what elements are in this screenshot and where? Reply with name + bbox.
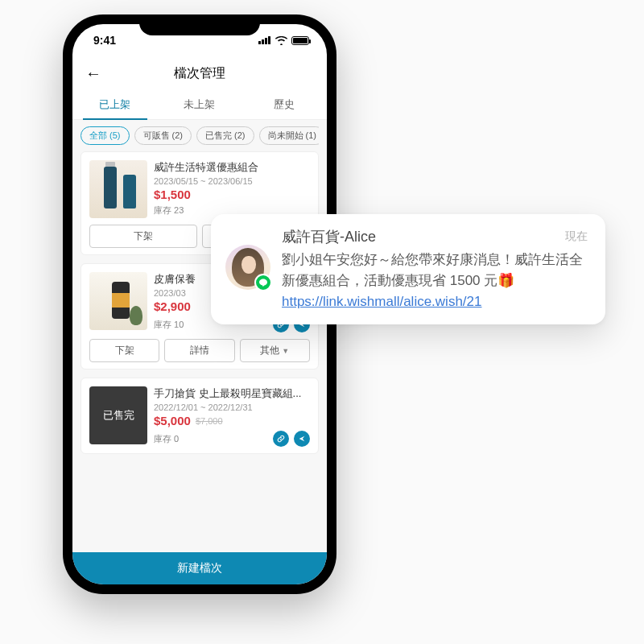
- unlist-button[interactable]: 下架: [89, 225, 197, 248]
- product-price: $5,000: [154, 414, 191, 427]
- chip-notstarted[interactable]: 尚未開始 (1): [259, 126, 320, 145]
- tab-unlisted[interactable]: 未上架: [157, 90, 242, 119]
- product-thumbnail: [89, 160, 147, 218]
- status-icons: [258, 36, 309, 45]
- product-date: 2023/05/15 ~ 2023/06/15: [154, 176, 310, 186]
- chip-soldout[interactable]: 已售完 (2): [196, 126, 254, 145]
- product-title: 威許生活特選優惠組合: [154, 160, 310, 175]
- share-icon[interactable]: [294, 431, 310, 447]
- notification-message: 劉小姐午安您好～給您帶來好康消息！威許生活全新優惠組合，活動優惠現省 1500 …: [282, 250, 588, 292]
- other-button[interactable]: 其他▼: [240, 339, 310, 362]
- line-badge-icon: [254, 274, 272, 291]
- product-stock: 庫存 10: [154, 319, 184, 331]
- tab-listed[interactable]: 已上架: [72, 90, 157, 119]
- soldout-badge: 已售完: [103, 408, 134, 423]
- product-card[interactable]: 已售完 手刀搶貨 史上最殺明星寶藏組... 2022/12/01 ~ 2022/…: [80, 378, 319, 454]
- product-stock: 庫存 23: [154, 204, 184, 217]
- notification-title: 威許百貨-Alice: [282, 227, 376, 246]
- tab-bar: 已上架 未上架 歷史: [72, 90, 327, 120]
- detail-button[interactable]: 詳情: [164, 339, 234, 362]
- content-area[interactable]: 全部 (5) 可販售 (2) 已售完 (2) 尚未開始 (1) 威許生活特選優惠…: [72, 120, 327, 552]
- product-thumbnail-soldout: 已售完: [89, 386, 147, 444]
- product-stock: 庫存 0: [154, 433, 179, 445]
- unlist-button[interactable]: 下架: [89, 339, 159, 362]
- notification-card[interactable]: 威許百貨-Alice 現在 劉小姐午安您好～給您帶來好康消息！威許生活全新優惠組…: [211, 214, 605, 324]
- nav-bar: ← 檔次管理: [72, 56, 327, 90]
- product-title: 手刀搶貨 史上最殺明星寶藏組...: [154, 386, 310, 401]
- notification-link[interactable]: https://link.wishmall/alice.wish/21: [282, 294, 588, 310]
- product-date: 2022/12/01 ~ 2022/12/31: [154, 402, 310, 412]
- filter-chips: 全部 (5) 可販售 (2) 已售完 (2) 尚未開始 (1): [80, 126, 319, 145]
- product-price: $2,900: [154, 299, 191, 313]
- status-time: 9:41: [93, 34, 116, 47]
- product-thumbnail: [89, 272, 147, 330]
- product-original-price: $7,000: [196, 416, 223, 426]
- product-price: $1,500: [154, 188, 191, 201]
- signal-icon: [258, 36, 271, 44]
- chip-available[interactable]: 可販售 (2): [134, 126, 192, 145]
- avatar: [225, 245, 270, 290]
- status-bar: 9:41: [72, 24, 327, 56]
- gift-icon: 🎁: [497, 270, 514, 291]
- chip-all[interactable]: 全部 (5): [80, 126, 130, 145]
- battery-icon: [291, 36, 309, 45]
- chevron-down-icon: ▼: [282, 347, 289, 355]
- new-listing-button[interactable]: 新建檔次: [72, 552, 327, 584]
- page-title: 檔次管理: [174, 65, 225, 82]
- back-icon[interactable]: ←: [85, 64, 101, 83]
- tab-history[interactable]: 歷史: [242, 90, 327, 119]
- wifi-icon: [275, 36, 287, 45]
- link-icon[interactable]: [273, 431, 289, 447]
- notification-time: 現在: [565, 229, 588, 244]
